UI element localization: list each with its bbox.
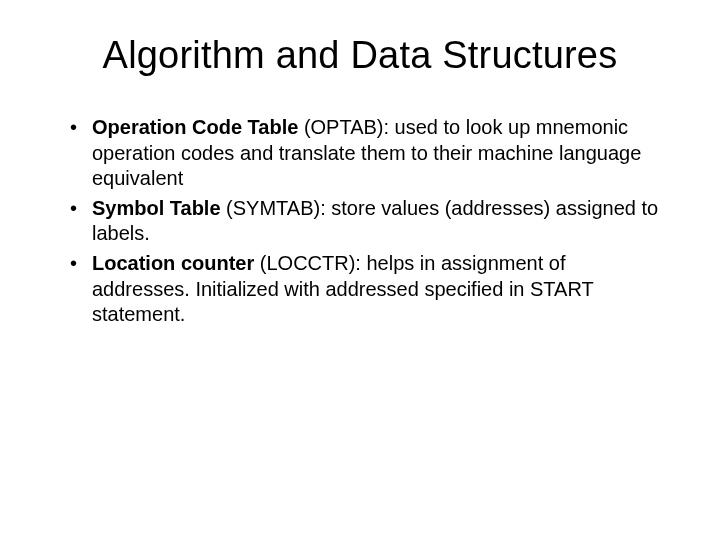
slide-title: Algorithm and Data Structures bbox=[48, 34, 672, 77]
list-item: Operation Code Table (OPTAB): used to lo… bbox=[92, 115, 672, 192]
list-item: Symbol Table (SYMTAB): store values (add… bbox=[92, 196, 672, 247]
bullet-term: Operation Code Table bbox=[92, 116, 304, 138]
bullet-term: Location counter bbox=[92, 252, 260, 274]
bullet-list: Operation Code Table (OPTAB): used to lo… bbox=[48, 115, 672, 328]
bullet-term: Symbol Table bbox=[92, 197, 226, 219]
list-item: Location counter (LOCCTR): helps in assi… bbox=[92, 251, 672, 328]
slide: Algorithm and Data Structures Operation … bbox=[0, 0, 720, 540]
